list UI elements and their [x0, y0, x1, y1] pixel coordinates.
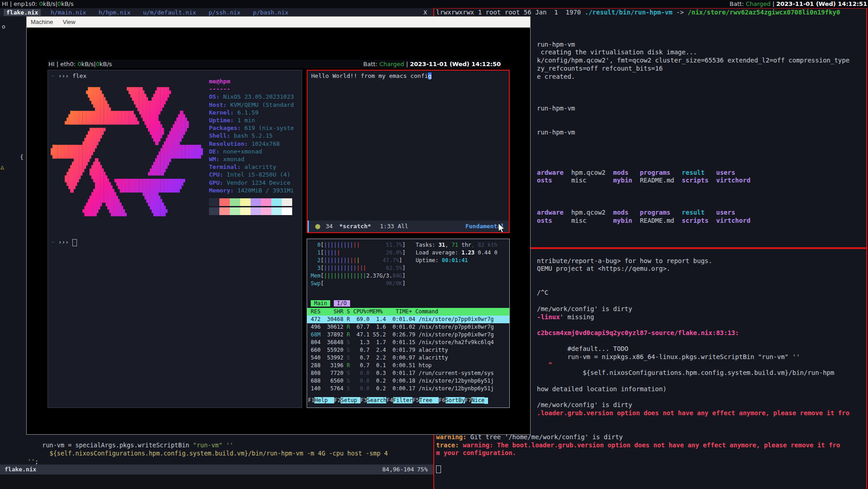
text-span: F7: [465, 397, 471, 403]
text-span: /me/work/config' is dirty: [537, 401, 632, 408]
summary-line: Load average: 1.23 0.44 0: [416, 249, 498, 257]
fkey-label[interactable]: SortBy: [446, 397, 465, 403]
fkey-label[interactable]: Setup: [341, 397, 360, 403]
text-span: [606, 169, 613, 176]
text-span: 0: [57, 0, 61, 7]
text-span: ardware: [537, 169, 564, 176]
text-span: mybin: [613, 177, 632, 184]
fkey-label[interactable]: Filter: [393, 397, 413, 403]
shell-output-line: m your configuration.: [434, 449, 866, 457]
text-span: ~: [51, 72, 58, 79]
tab-item[interactable]: u/m/default.nix: [140, 9, 199, 16]
tab-close-button[interactable]: X: [423, 8, 427, 17]
text-span: Charged: [379, 61, 404, 67]
text-span: [564, 209, 571, 216]
tab-item[interactable]: p/bash.nix: [250, 9, 291, 16]
warning-fringe-icon: △: [0, 163, 4, 170]
palette-swatch: [261, 198, 271, 206]
host-flake-buffer[interactable]: run-vm = specialArgs.pkgs.writeScriptBin…: [0, 435, 433, 489]
text-span: S: [346, 339, 350, 345]
tab-bar[interactable]: flake.nix h/main.nix h/hpm.nix u/m/defau…: [0, 8, 433, 17]
fetch-line: Packages: 619 (nix-syste: [209, 124, 299, 132]
prompt-line: ~ ››› flex: [51, 72, 86, 79]
text-span: 67.7 1.6 0:01.02 /nix/store/p7pp0ix0wr7g: [350, 324, 494, 330]
fetch-line: Resolution: 1024x768: [209, 140, 299, 148]
text-span: [537, 361, 548, 369]
modeline-position: 1:33 All: [380, 221, 408, 232]
text-span: ||: [350, 257, 356, 264]
text-span: [41, 9, 48, 16]
text-span: ${self.nixosConfigurations.hpm.config.sy…: [5, 450, 388, 457]
tab-item[interactable]: h/hpm.nix: [96, 9, 133, 16]
fkey-label[interactable]: Help: [314, 397, 334, 403]
tab-item[interactable]: flake.nix: [4, 9, 41, 16]
menu-view[interactable]: View: [59, 19, 80, 25]
text-span: kB/s: [81, 61, 94, 67]
text-span: [632, 217, 640, 224]
palette-swatch: [251, 198, 261, 206]
tab-item[interactable]: p/ssh.nix: [206, 9, 243, 16]
text-span: R: [346, 331, 350, 338]
tab-item[interactable]: h/main.nix: [48, 9, 89, 16]
shell-output-line: trace: warning: The boot.loader.grub.ver…: [434, 441, 866, 450]
minibuffer[interactable]: [0, 475, 433, 489]
text-span: 1420MiB / 3931Mi: [237, 187, 294, 194]
vm-emacs-window[interactable]: Hello World!! from my emacs config 34 *s…: [307, 70, 510, 233]
modeline-size: 34: [326, 221, 333, 232]
text-span: S: [346, 378, 350, 384]
mouse-cursor: [498, 223, 507, 234]
palette-swatch: [219, 207, 230, 215]
qemu-window[interactable]: Machine View HI | eth0: 0kB/s|0kB/s Batt…: [26, 16, 531, 435]
text-span: 288 3196: [311, 362, 346, 369]
vm-terminal-window[interactable]: ~ ››› flex ▗▄▄▄ ▗▄▄▄▄ ▄▄▄▖ ▜███▙ ▜███▙ ▟…: [47, 70, 302, 408]
vm-xmobar: HI | eth0: 0kB/s|0kB/s Batt: Charged | 2…: [47, 60, 502, 68]
text-span: Host:: [209, 101, 230, 108]
text-span: [628, 169, 640, 176]
text-span: 6.1.59: [237, 109, 259, 116]
text-span: Load average:: [416, 249, 461, 256]
fkey-label[interactable]: Search: [367, 397, 386, 403]
tab-item[interactable]: Main: [311, 300, 330, 307]
text-span: GPU:: [209, 179, 227, 186]
text-span: CPU:: [209, 171, 227, 178]
process-row: 540 53992 S 0.7 2.2 0:00.97 alacritty: [307, 354, 509, 362]
text-span: hpm.qcow2: [571, 209, 606, 216]
text-span: 68M: [311, 331, 321, 338]
fetch-info: me@hpm------OS: NixOS 23.05.20231023Host…: [209, 77, 299, 194]
text-span: ||||||||||: [324, 265, 356, 271]
fkey-label[interactable]: Nice: [471, 397, 484, 403]
shell-prompt[interactable]: ~ ›››: [51, 239, 77, 246]
vm-htop-window[interactable]: 0[||||||||||| 51.7%] 1[||||| 26.0%] 2[||…: [307, 239, 510, 408]
menu-machine[interactable]: Machine: [27, 19, 57, 25]
fkey-label[interactable]: Tree: [419, 397, 439, 403]
text-span: 2: [311, 257, 321, 264]
text-span: osts: [537, 177, 552, 184]
text-span: run-hpm-vm: [537, 105, 575, 112]
text-span: [340, 249, 386, 256]
text-span: 0: [494, 249, 497, 256]
text-span: hpm.qcow2: [571, 169, 606, 176]
htop-summary: Tasks: 31, 71 thr, 82 kthLoad average: 1…: [416, 241, 498, 264]
text-span: |: [404, 61, 410, 67]
text-span: , 82 kth: [471, 242, 498, 248]
palette-swatch: [261, 207, 271, 215]
text-span: 808 7720: [311, 370, 346, 376]
text-span: 31: [439, 242, 445, 248]
text-span: /me/work/config' is dirty: [537, 305, 632, 312]
text-span: DE:: [209, 148, 223, 155]
process-row: 496 30612 R 67.7 1.6 0:01.02 /nix/store/…: [307, 323, 509, 331]
text-span: m your configuration.: [436, 449, 516, 456]
text-span: 2.37G: [366, 273, 383, 279]
palette-swatch: [282, 207, 292, 215]
text-span: [199, 9, 206, 16]
shell-output-line: [434, 457, 866, 465]
text-span: /^C: [537, 289, 548, 296]
text-span: warning: The boot.loader.grub.version op…: [463, 441, 840, 449]
text-span: ./result/bin/run-hpm-vm: [585, 9, 673, 16]
text-span: 2023-11-01 (Wed) 14:12:50: [410, 61, 501, 67]
text-span: 84G: [393, 273, 403, 279]
tab-item[interactable]: I/O: [334, 300, 350, 307]
text-span: [89, 9, 96, 16]
htop-cpu-meters: 0[||||||||||| 51.7%] 1[||||| 26.0%] 2[||…: [311, 241, 406, 288]
vm-display[interactable]: HI | eth0: 0kB/s|0kB/s Batt: Charged | 2…: [27, 28, 530, 434]
